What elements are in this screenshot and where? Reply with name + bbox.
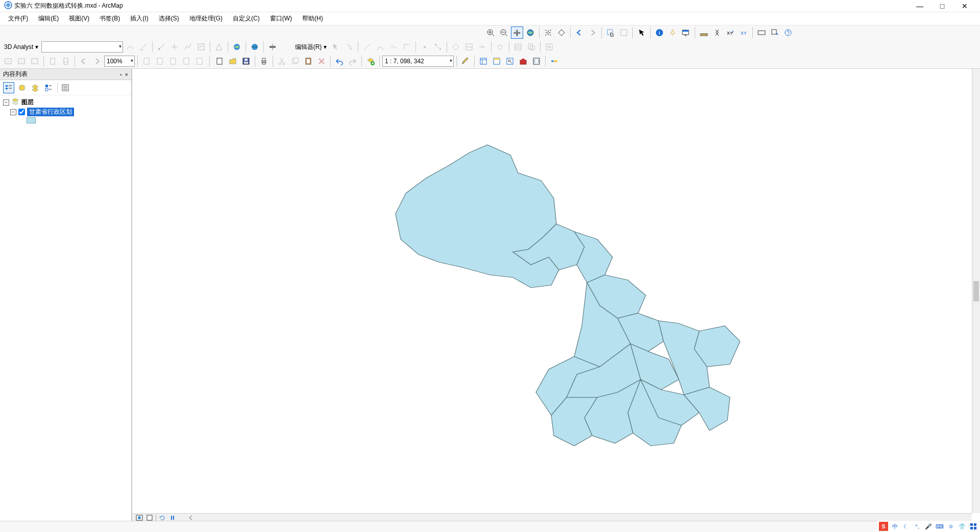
hscroll-left-icon[interactable] <box>187 514 195 521</box>
time-slider-icon[interactable] <box>755 27 768 39</box>
pin-icon[interactable]: ▫ <box>120 71 122 78</box>
dd-last-icon[interactable] <box>180 55 192 67</box>
html-popup-icon[interactable] <box>680 27 692 39</box>
menu-windows[interactable]: 窗口(W) <box>266 13 296 24</box>
rotate-icon[interactable] <box>494 41 506 53</box>
goto-xy-icon[interactable]: XY <box>738 27 750 39</box>
layout-view-icon[interactable] <box>145 514 154 521</box>
dd-page-text-icon[interactable] <box>193 55 206 67</box>
ime-lang-icon[interactable]: 中 <box>890 522 899 531</box>
select-features-icon[interactable] <box>604 27 617 39</box>
minimize-button[interactable]: — <box>909 0 931 12</box>
arc-segment-icon[interactable] <box>374 41 386 53</box>
analyst-globe-icon[interactable] <box>231 41 243 53</box>
prev-extent-icon[interactable] <box>573 27 585 39</box>
layout-zoom-combo[interactable]: 100% <box>104 56 135 67</box>
redo-icon[interactable] <box>347 55 359 67</box>
layout-prev-icon[interactable] <box>78 55 90 67</box>
full-extent-icon[interactable] <box>524 27 536 39</box>
layout-pan-icon[interactable] <box>29 55 41 67</box>
ime-punct-icon[interactable]: °, <box>913 522 922 531</box>
collapse-layer-icon[interactable]: − <box>10 109 16 115</box>
trace-icon[interactable] <box>387 41 400 53</box>
open-icon[interactable] <box>227 55 239 67</box>
layout-next-icon[interactable] <box>91 55 103 67</box>
point-profile-icon[interactable] <box>168 41 181 53</box>
tin-edit-icon[interactable] <box>213 41 225 53</box>
select-elements-icon[interactable] <box>635 27 648 39</box>
zoom-whole-page-icon[interactable] <box>46 55 59 67</box>
help-icon[interactable]: ? <box>782 27 794 39</box>
map-view[interactable] <box>132 69 980 521</box>
zoom-in-icon[interactable] <box>484 27 497 39</box>
tree-layer-row[interactable]: − 甘肃省行政区划 <box>2 107 129 117</box>
zoom-out-icon[interactable] <box>498 27 510 39</box>
editor-label[interactable]: 编辑器(R) ▾ <box>293 43 329 52</box>
dd-next-icon[interactable] <box>167 55 179 67</box>
dd-first-icon[interactable] <box>140 55 153 67</box>
split-icon[interactable] <box>476 41 488 53</box>
scale-combo[interactable]: 1 : 7, 098, 342 <box>382 56 454 67</box>
close-toc-icon[interactable]: × <box>125 71 128 78</box>
collapse-icon[interactable]: − <box>3 99 9 106</box>
menu-customize[interactable]: 自定义(C) <box>229 13 264 24</box>
analyst-options-icon[interactable] <box>266 41 279 53</box>
edit-tool-icon[interactable] <box>330 41 342 53</box>
ime-grid-icon[interactable] <box>969 522 978 531</box>
attributes-icon[interactable] <box>512 41 524 53</box>
analyst-layer-combo[interactable] <box>41 41 123 53</box>
search-window-icon[interactable] <box>504 55 516 67</box>
cut-polygons-icon[interactable] <box>463 41 475 53</box>
model-builder-icon[interactable] <box>548 55 560 67</box>
toc-window-icon[interactable] <box>477 55 489 67</box>
straight-segment-icon[interactable] <box>361 41 373 53</box>
cut-icon[interactable] <box>276 55 288 67</box>
menu-insert[interactable]: 插入(I) <box>126 13 152 24</box>
layout-zoom-out-icon[interactable]: − <box>15 55 28 67</box>
toc-options-icon[interactable] <box>60 82 71 93</box>
undo-icon[interactable] <box>333 55 346 67</box>
point-icon[interactable] <box>419 41 431 53</box>
measure-icon[interactable] <box>698 27 710 39</box>
layout-zoom-in-icon[interactable]: + <box>2 55 14 67</box>
menu-edit[interactable]: 编辑(E) <box>34 13 63 24</box>
interpolate-line-icon[interactable] <box>182 41 194 53</box>
pause-drawing-icon[interactable] <box>168 514 177 521</box>
list-by-selection-icon[interactable] <box>43 82 54 93</box>
tree-root-row[interactable]: − 图层 <box>2 97 129 107</box>
next-extent-icon[interactable] <box>586 27 599 39</box>
find-icon[interactable] <box>711 27 723 39</box>
steepest-icon[interactable] <box>137 41 150 53</box>
line-of-sight-icon[interactable] <box>155 41 167 53</box>
analyst-label[interactable]: 3D Analyst ▾ <box>2 43 40 50</box>
add-data-icon[interactable] <box>364 55 377 67</box>
python-window-icon[interactable] <box>530 55 543 67</box>
menu-file[interactable]: 文件(F) <box>4 13 32 24</box>
editor-toolbar-icon[interactable] <box>459 55 472 67</box>
fixed-zoom-out-icon[interactable] <box>555 27 568 39</box>
maximize-button[interactable]: □ <box>931 0 953 12</box>
ime-sogou-icon[interactable]: S <box>879 522 888 531</box>
pan-icon[interactable] <box>511 27 523 39</box>
contour-icon[interactable] <box>124 41 136 53</box>
new-doc-icon[interactable] <box>213 55 226 67</box>
print-icon[interactable] <box>258 55 270 67</box>
menu-selection[interactable]: 选择(S) <box>155 13 183 24</box>
menu-help[interactable]: 帮助(H) <box>298 13 327 24</box>
delete-icon[interactable] <box>315 55 328 67</box>
ime-skin-icon[interactable]: 👕 <box>958 522 967 531</box>
data-view-icon[interactable] <box>135 514 143 521</box>
layer-visibility-checkbox[interactable] <box>18 109 25 115</box>
edit-vertices-icon[interactable] <box>432 41 444 53</box>
paste-icon[interactable] <box>302 55 314 67</box>
list-by-drawing-order-icon[interactable] <box>3 82 14 93</box>
save-icon[interactable] <box>240 55 252 67</box>
analyst-scene-icon[interactable] <box>249 41 261 53</box>
menu-geoprocessing[interactable]: 地理处理(G) <box>185 13 227 24</box>
list-by-visibility-icon[interactable] <box>30 82 41 93</box>
menu-bookmarks[interactable]: 书签(B) <box>95 13 124 24</box>
hyperlink-icon[interactable] <box>667 27 679 39</box>
reshape-icon[interactable] <box>450 41 462 53</box>
ime-mic-icon[interactable]: 🎤 <box>924 522 933 531</box>
ime-keyboard-icon[interactable]: ⌨ <box>935 522 944 531</box>
